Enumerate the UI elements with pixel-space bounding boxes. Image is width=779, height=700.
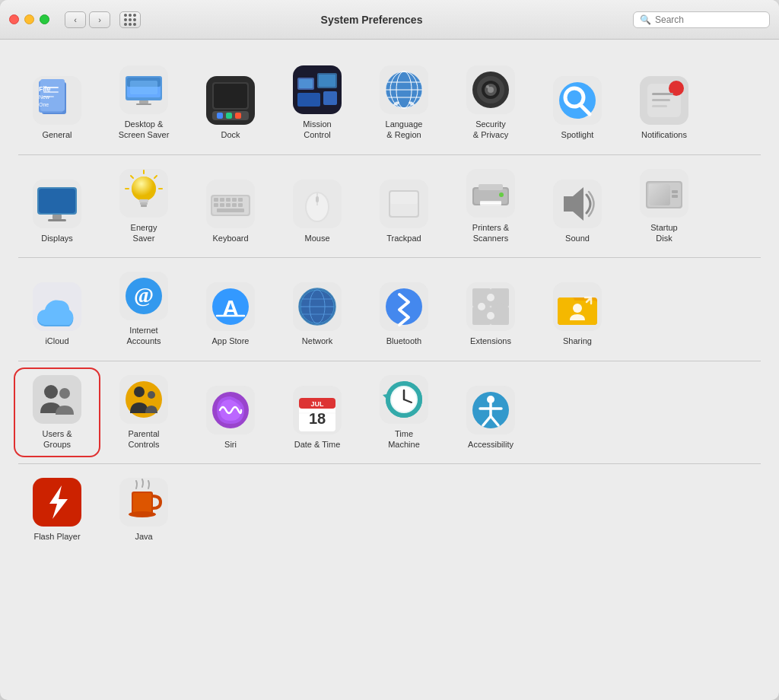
trackpad-icon — [380, 180, 428, 228]
pref-item-sharing[interactable]: Sharing — [536, 266, 619, 353]
extensions-icon — [466, 282, 515, 331]
siri-label: Siri — [224, 439, 237, 450]
pref-item-language-region[interactable]: Language& Region — [362, 59, 446, 147]
pref-item-app-store[interactable]: A App Store — [189, 266, 272, 353]
pref-item-desktop-screensaver[interactable]: Desktop &Screen Saver — [102, 59, 186, 147]
app-store-icon: A — [206, 282, 255, 331]
svg-rect-59 — [39, 189, 75, 213]
svg-rect-15 — [136, 103, 151, 105]
pref-item-java[interactable]: Java — [102, 472, 186, 548]
svg-point-144 — [573, 304, 582, 313]
maximize-button[interactable] — [40, 14, 49, 24]
svg-rect-77 — [220, 198, 224, 202]
svg-point-146 — [44, 385, 58, 399]
pref-item-keyboard[interactable]: Keyboard — [189, 163, 272, 250]
dock-icon — [206, 76, 255, 125]
pref-item-printers-scanners[interactable]: Printers &Scanners — [449, 163, 533, 250]
mouse-label: Mouse — [304, 233, 329, 243]
svg-rect-54 — [652, 99, 670, 101]
pref-item-notifications[interactable]: Notifications — [622, 59, 706, 147]
pref-item-general[interactable]: File New One General — [15, 59, 99, 147]
accessibility-icon — [466, 386, 515, 434]
search-box[interactable]: 🔍 — [633, 11, 770, 28]
internet-accounts-label: InternetAccounts — [126, 325, 161, 347]
svg-text:New: New — [39, 94, 50, 100]
svg-rect-111 — [672, 195, 678, 198]
mission-control-icon — [293, 65, 342, 114]
pref-item-icloud[interactable]: iCloud — [15, 266, 99, 353]
security-privacy-label: Security& Privacy — [473, 119, 508, 141]
search-input[interactable] — [655, 14, 763, 25]
printers-scanners-label: Printers &Scanners — [472, 222, 509, 244]
pref-item-date-time[interactable]: JUL 18 Date & Time — [275, 369, 359, 457]
sharing-icon — [553, 282, 602, 331]
pref-item-spotlight[interactable]: Spotlight — [536, 59, 619, 147]
pref-item-time-machine[interactable]: TimeMachine — [362, 369, 446, 457]
pref-item-energy-saver[interactable]: EnergySaver — [102, 163, 186, 250]
pref-item-network[interactable]: Network — [275, 266, 359, 353]
forward-button[interactable]: › — [89, 11, 110, 28]
svg-rect-110 — [672, 190, 678, 193]
time-machine-icon — [380, 375, 428, 424]
icloud-icon — [33, 282, 81, 331]
svg-rect-61 — [48, 219, 66, 221]
displays-icon — [33, 180, 81, 228]
parental-controls-label: ParentalControls — [129, 428, 160, 450]
pref-item-displays[interactable]: Displays — [15, 163, 99, 250]
svg-point-138 — [496, 303, 504, 310]
notifications-label: Notifications — [641, 129, 687, 140]
notifications-icon — [640, 76, 688, 125]
keyboard-icon — [206, 180, 255, 228]
svg-rect-78 — [226, 198, 231, 202]
users-groups-label: Users &Groups — [42, 428, 72, 450]
minimize-button[interactable] — [24, 14, 34, 24]
section-internet: iCloud @ InternetAccounts — [15, 258, 764, 361]
dock-label: Dock — [221, 129, 240, 140]
pref-item-mouse[interactable]: Mouse — [275, 163, 359, 250]
svg-rect-91 — [316, 196, 319, 202]
svg-point-64 — [132, 177, 156, 201]
pref-item-extensions[interactable]: Extensions — [449, 266, 533, 353]
pref-item-internet-accounts[interactable]: @ InternetAccounts — [102, 266, 186, 353]
pref-item-parental-controls[interactable]: ParentalControls — [102, 369, 186, 457]
window-title: System Preferences — [150, 14, 593, 26]
section-personal-row: File New One General — [15, 52, 764, 154]
back-button[interactable]: ‹ — [65, 11, 86, 28]
svg-rect-65 — [139, 199, 148, 202]
svg-rect-79 — [232, 198, 237, 202]
sound-label: Sound — [565, 233, 590, 243]
time-machine-label: TimeMachine — [388, 428, 420, 450]
svg-point-102 — [499, 192, 504, 197]
titlebar: ‹ › System Preferences 🔍 — [0, 0, 779, 40]
svg-rect-14 — [139, 100, 148, 103]
pref-item-flash-player[interactable]: Flash Player — [15, 472, 99, 548]
svg-rect-85 — [238, 203, 243, 207]
pref-item-bluetooth[interactable]: Bluetooth — [362, 266, 446, 353]
pref-item-mission-control[interactable]: MissionControl — [275, 59, 359, 147]
pref-item-accessibility[interactable]: Accessibility — [449, 369, 533, 457]
pref-item-users-groups[interactable]: Users &Groups — [15, 369, 99, 457]
svg-rect-101 — [480, 201, 501, 205]
pref-item-sound[interactable]: Sound — [536, 163, 619, 250]
grid-view-button[interactable] — [119, 11, 141, 28]
preferences-content: File New One General — [0, 40, 779, 568]
pref-item-startup-disk[interactable]: StartupDisk — [622, 163, 706, 250]
pref-item-dock[interactable]: Dock — [189, 59, 272, 147]
accessibility-label: Accessibility — [468, 439, 514, 450]
traffic-lights — [9, 14, 49, 24]
svg-rect-21 — [217, 113, 223, 119]
svg-rect-143 — [558, 298, 574, 304]
pref-item-siri[interactable]: Siri — [189, 369, 272, 457]
sharing-label: Sharing — [563, 336, 592, 346]
pref-item-trackpad[interactable]: Trackpad — [362, 163, 446, 250]
svg-point-139 — [487, 312, 494, 320]
section-other-row: Flash Player — [15, 464, 764, 555]
svg-rect-83 — [226, 203, 231, 207]
date-time-label: Date & Time — [294, 439, 341, 450]
pref-item-security-privacy[interactable]: Security& Privacy — [449, 59, 533, 147]
siri-icon — [206, 386, 255, 434]
section-system: Users &Groups — [15, 361, 764, 464]
spotlight-label: Spotlight — [561, 129, 594, 140]
svg-rect-109 — [649, 184, 670, 205]
close-button[interactable] — [9, 14, 19, 24]
